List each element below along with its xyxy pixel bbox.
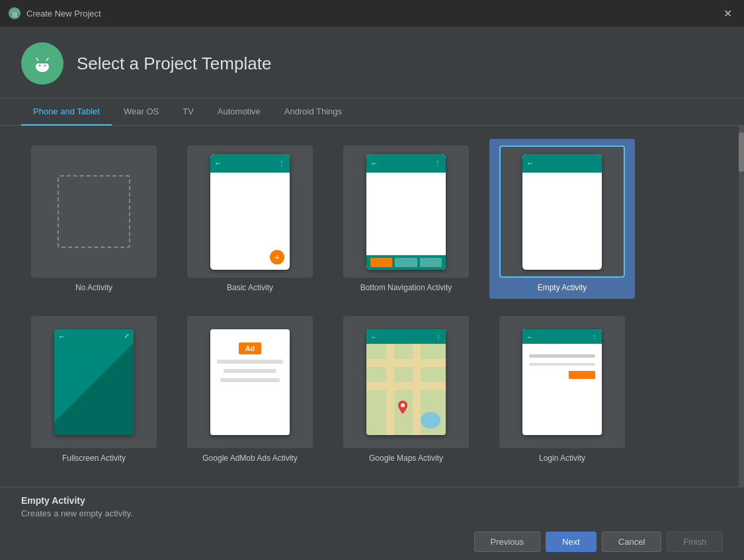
expand-icon: ⤢	[124, 333, 130, 340]
fullscreen-label: Fullscreen Activity	[62, 454, 126, 463]
maps-label: Google Maps Activity	[369, 454, 443, 463]
template-basic-activity[interactable]: ← ⋮ + Basic Activity	[177, 139, 323, 299]
template-login-activity[interactable]: ← ⋮ Login Activity	[489, 309, 635, 469]
no-activity-label: No Activity	[75, 283, 112, 292]
next-button[interactable]: Next	[546, 532, 597, 552]
finish-button[interactable]: Finish	[667, 532, 723, 552]
no-activity-dashed-box	[58, 175, 130, 248]
template-ads-activity[interactable]: Ad Google AdMob Ads Activity	[177, 309, 323, 469]
map-road-v1	[386, 344, 394, 435]
back-arrow-icon: ←	[370, 159, 378, 168]
login-field-2	[529, 363, 595, 366]
login-submit-btn	[569, 371, 595, 379]
template-maps-activity[interactable]: ← ⋮ Google Maps Activity	[333, 309, 479, 469]
empty-activity-preview: ←	[499, 145, 625, 278]
back-arrow-icon: ←	[58, 333, 65, 340]
android-icon	[29, 50, 56, 77]
page-title: Select a Project Template	[77, 54, 271, 74]
fullscreen-diagonal	[54, 329, 134, 435]
bottom-nav-label: Bottom Navigation Activity	[360, 283, 452, 292]
template-empty-activity[interactable]: ← Empty Activity	[489, 139, 635, 299]
ad-badge: Ad	[239, 342, 262, 354]
tab-automotive[interactable]: Automotive	[206, 99, 272, 126]
back-arrow-icon: ←	[214, 159, 222, 168]
maps-topbar: ← ⋮	[366, 329, 446, 344]
ad-line-3	[220, 378, 280, 382]
map-road-v2	[413, 344, 421, 435]
bottom-nav-body	[366, 173, 446, 255]
basic-activity-phone: ← ⋮ +	[210, 154, 290, 270]
basic-topbar: ← ⋮	[210, 154, 290, 173]
login-topbar: ← ⋮	[522, 329, 602, 344]
template-fullscreen[interactable]: ← ⤢ Fullscreen Activity	[21, 309, 167, 469]
template-description: Empty Activity Creates a new empty activ…	[0, 487, 744, 524]
map-pin-icon	[398, 401, 407, 414]
fullscreen-phone: ← ⤢	[54, 329, 134, 435]
login-phone: ← ⋮	[522, 329, 602, 435]
back-arrow-icon: ←	[526, 159, 534, 168]
maps-preview: ← ⋮	[343, 316, 469, 448]
map-water	[421, 412, 440, 428]
basic-body: +	[210, 173, 290, 270]
menu-dots-icon: ⋮	[592, 334, 598, 340]
scrollbar-track[interactable]	[739, 126, 744, 487]
back-arrow-icon: ←	[370, 333, 377, 340]
login-body	[522, 344, 602, 435]
back-arrow-icon: ←	[526, 333, 533, 340]
empty-topbar: ←	[522, 154, 602, 173]
description-title: Empty Activity	[21, 495, 723, 506]
title-bar-title: Create New Project	[26, 9, 101, 19]
close-button[interactable]: ✕	[720, 6, 736, 21]
previous-button[interactable]: Previous	[474, 532, 541, 552]
ad-line-1	[217, 360, 283, 364]
template-no-activity[interactable]: No Activity	[21, 139, 167, 299]
login-field-1	[529, 354, 595, 358]
bottom-nav-topbar: ← ⋮	[366, 154, 446, 173]
tab-android-things[interactable]: Android Things	[272, 99, 354, 126]
tab-indicator-2	[420, 258, 442, 267]
empty-activity-phone: ←	[522, 154, 602, 270]
scrollbar-thumb[interactable]	[739, 132, 744, 172]
svg-point-8	[401, 403, 405, 407]
tab-phone-tablet[interactable]: Phone and Tablet	[21, 99, 112, 126]
template-grid: No Activity ← ⋮ + Basic Activity	[0, 126, 744, 487]
cancel-button[interactable]: Cancel	[602, 532, 661, 552]
bottom-nav-bar	[366, 255, 446, 270]
title-bar-left: 🤖 Create New Project	[8, 7, 101, 20]
main-content: Phone and Tablet Wear OS TV Automotive A…	[0, 99, 744, 560]
ads-preview: Ad	[187, 316, 313, 448]
login-preview: ← ⋮	[499, 316, 625, 448]
description-text: Creates a new empty activity.	[21, 508, 723, 518]
dialog-header: Select a Project Template	[0, 26, 744, 99]
svg-text:🤖: 🤖	[11, 9, 19, 18]
tab-indicator-active	[370, 258, 392, 267]
svg-point-4	[39, 65, 41, 67]
empty-activity-label: Empty Activity	[538, 283, 587, 292]
tab-bar: Phone and Tablet Wear OS TV Automotive A…	[0, 99, 744, 126]
no-activity-preview	[31, 145, 157, 278]
menu-dots-icon: ⋮	[436, 334, 442, 340]
svg-point-5	[44, 65, 46, 67]
android-logo	[21, 42, 63, 85]
template-bottom-nav[interactable]: ← ⋮ Bottom Navigation Activity	[333, 139, 479, 299]
title-bar: 🤖 Create New Project ✕	[0, 0, 744, 26]
fab-icon: +	[270, 250, 284, 264]
dialog-footer: Previous Next Cancel Finish	[0, 524, 744, 560]
empty-body	[522, 173, 602, 270]
ad-line-2	[224, 369, 276, 373]
maps-phone: ← ⋮	[366, 329, 446, 435]
login-label: Login Activity	[539, 454, 585, 463]
fullscreen-toprow: ← ⤢	[54, 329, 134, 344]
bottom-nav-preview: ← ⋮	[343, 145, 469, 278]
bottom-nav-phone: ← ⋮	[366, 154, 446, 270]
fullscreen-preview: ← ⤢	[31, 316, 157, 448]
basic-activity-preview: ← ⋮ +	[187, 145, 313, 278]
menu-dots-icon: ⋮	[278, 159, 286, 167]
tab-tv[interactable]: TV	[171, 99, 206, 126]
tab-wear-os[interactable]: Wear OS	[112, 99, 171, 126]
map-road-h1	[366, 359, 446, 367]
ads-label: Google AdMob Ads Activity	[202, 454, 297, 463]
basic-activity-label: Basic Activity	[227, 283, 273, 292]
menu-dots-icon: ⋮	[434, 159, 442, 167]
ads-phone: Ad	[210, 329, 290, 435]
